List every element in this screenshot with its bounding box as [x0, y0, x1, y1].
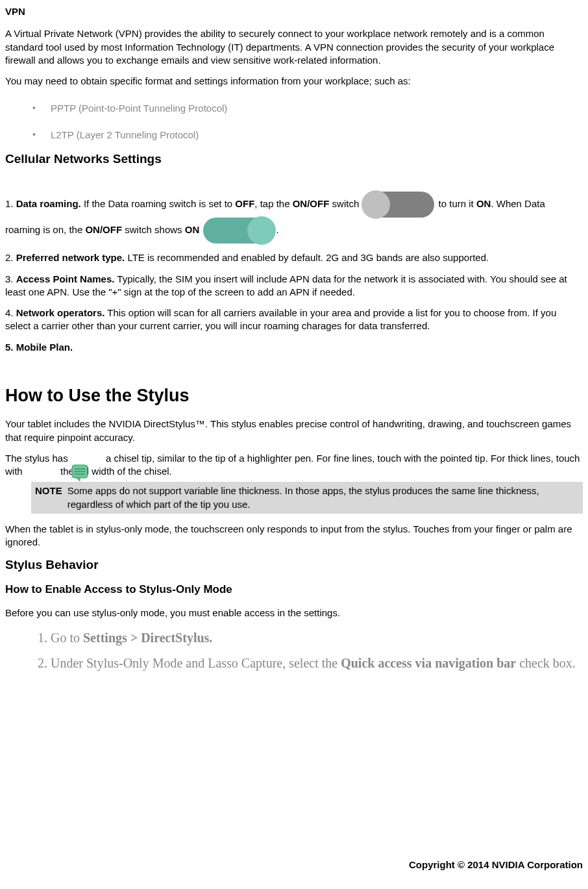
cellular-item-1: 1. Data roaming. If the Data roaming swi…	[5, 192, 583, 244]
heading-stylus: How to Use the Stylus	[5, 384, 583, 407]
heading-vpn: VPN	[5, 5, 583, 18]
cellular-item-4: 4. Network operators. This option will s…	[5, 307, 583, 333]
cellular-item-2: 2. Preferred network type. LTE is recomm…	[5, 251, 583, 264]
note-box: NOTE Some apps do not support variable l…	[31, 482, 583, 514]
heading-cellular: Cellular Networks Settings	[5, 151, 583, 168]
cellular-item-5: 5. Mobile Plan.	[5, 341, 583, 354]
toggle-on-icon	[203, 218, 275, 244]
behavior-intro: Before you can use stylus-only mode, you…	[5, 607, 583, 620]
note-label: NOTE	[35, 484, 62, 511]
list-item: Go to Settings > DirectStylus.	[51, 629, 583, 647]
steps-list: Go to Settings > DirectStylus. Under Sty…	[5, 629, 583, 673]
vpn-protocol-list: PPTP (Point-to-Point Tunneling Protocol)…	[5, 95, 583, 148]
vpn-paragraph-1: A Virtual Private Network (VPN) provides…	[5, 27, 583, 67]
vpn-paragraph-2: You may need to obtain specific format a…	[5, 75, 583, 88]
heading-behavior: Stylus Behavior	[5, 557, 583, 573]
chisel-tip-icon	[70, 464, 90, 482]
heading-enable-access: How to Enable Access to Stylus-Only Mode	[5, 582, 583, 597]
stylus-paragraph-3: When the tablet is in stylus-only mode, …	[5, 523, 583, 549]
stylus-paragraph-1: Your tablet includes the NVIDIA DirectSt…	[5, 418, 583, 444]
toggle-off-icon	[363, 192, 434, 218]
note-text: Some apps do not support variable line t…	[67, 484, 579, 511]
cellular-item-3: 3. Access Point Names. Typically, the SI…	[5, 273, 583, 299]
list-item: L2TP (Layer 2 Tunneling Protocol)	[5, 122, 583, 148]
list-item: PPTP (Point-to-Point Tunneling Protocol)	[5, 95, 583, 121]
list-item: Under Stylus-Only Mode and Lasso Capture…	[51, 654, 583, 673]
text: 1.	[5, 198, 16, 209]
stylus-paragraph-2: The stylus has a chisel tip, similar to …	[5, 452, 583, 479]
